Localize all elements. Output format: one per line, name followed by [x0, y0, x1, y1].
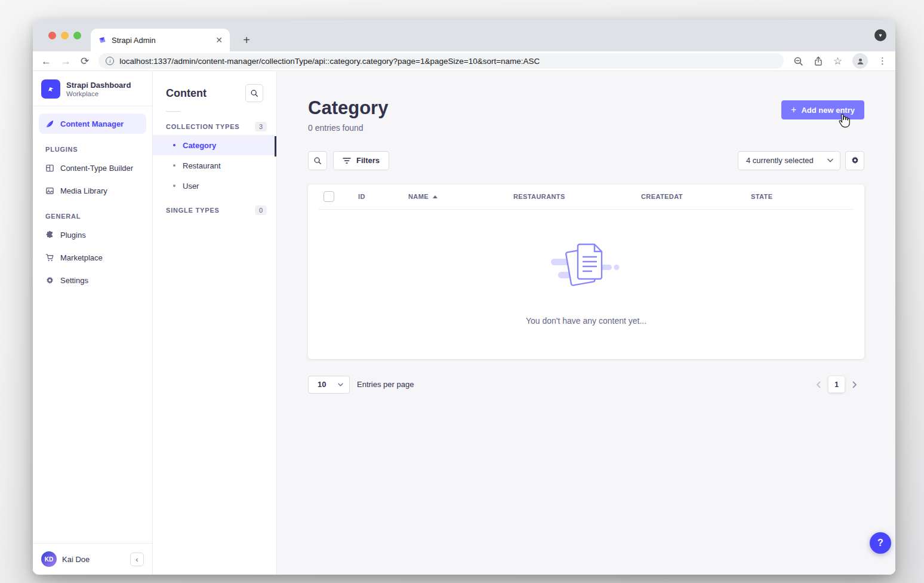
subnav-item-label: Category [183, 141, 216, 150]
column-header-createdat[interactable]: CREATEDAT [641, 193, 751, 200]
subnav-scrollbar[interactable] [275, 136, 276, 157]
close-window-button[interactable] [48, 32, 56, 39]
address-bar[interactable]: i localhost:1337/admin/content-manager/c… [98, 53, 784, 69]
entries-per-page-label: Entries per page [357, 380, 414, 389]
strapi-favicon-icon [98, 36, 107, 45]
list-toolbar: Filters 4 currently selected [308, 151, 864, 170]
sidebar-item-settings[interactable]: Settings [39, 270, 146, 290]
share-icon[interactable] [814, 56, 823, 66]
subnav-item-label: Restaurant [183, 161, 221, 170]
sidebar-section-general: GENERAL [33, 202, 152, 223]
sidebar-section-plugins: PLUGINS [33, 135, 152, 157]
pen-icon [45, 119, 54, 128]
select-all-checkbox[interactable] [324, 191, 334, 202]
bullet-icon [173, 164, 175, 167]
subnav-item-category[interactable]: Category [153, 135, 276, 155]
pagination-bar: 10 Entries per page 1 [308, 376, 864, 394]
gear-icon [45, 276, 54, 285]
browser-window: Strapi Admin ✕ + ▼ ← → ⟳ i localhost:133… [33, 20, 895, 575]
sidebar-item-label: Settings [60, 276, 88, 285]
subnav-search-button[interactable] [245, 84, 263, 102]
forward-icon[interactable]: → [61, 56, 71, 66]
subnav-item-user[interactable]: User [153, 176, 276, 196]
site-info-icon[interactable]: i [106, 57, 114, 65]
chevron-down-icon [338, 383, 343, 386]
sidebar-item-plugins[interactable]: Plugins [39, 225, 146, 245]
empty-state-text: You don't have any content yet... [526, 316, 646, 326]
minimize-window-button[interactable] [61, 32, 69, 39]
divider [166, 111, 180, 112]
tab-close-icon[interactable]: ✕ [215, 35, 223, 45]
avatar[interactable]: KD [41, 551, 57, 567]
user-row: KD Kai Doe ‹ [33, 543, 152, 575]
subnav-title: Content [166, 87, 207, 100]
bullet-icon [173, 185, 175, 187]
sidebar-item-label: Content Manager [60, 119, 124, 128]
sidebar-item-content-type-builder[interactable]: Content-Type Builder [39, 158, 146, 178]
column-header-state[interactable]: STATE [751, 193, 854, 200]
page-number-button[interactable]: 1 [828, 376, 845, 392]
workspace-name: Strapi Dashboard [66, 81, 131, 90]
page-title: Category [308, 97, 388, 119]
help-button[interactable]: ? [870, 532, 891, 554]
previous-page-icon[interactable] [816, 381, 821, 388]
filter-icon [343, 157, 351, 164]
sort-ascending-icon [433, 195, 438, 198]
collapse-sidebar-button[interactable]: ‹ [130, 553, 144, 566]
strapi-logo-icon [41, 79, 60, 99]
collection-types-label: COLLECTION TYPES [166, 123, 239, 130]
layout-icon [45, 164, 54, 173]
search-button[interactable] [308, 151, 327, 170]
zoom-out-icon[interactable] [793, 56, 803, 66]
next-page-icon[interactable] [852, 381, 857, 388]
sidebar-item-label: Content-Type Builder [60, 164, 133, 173]
bullet-icon [173, 144, 175, 146]
sidebar-item-label: Media Library [60, 186, 107, 195]
sidebar-item-marketplace[interactable]: Marketplace [39, 247, 146, 268]
main-content: Category 0 entries found + Add new entry [277, 71, 895, 575]
add-new-entry-button[interactable]: + Add new entry [781, 100, 864, 119]
browser-menu-icon[interactable]: ⋮ [878, 56, 887, 66]
sidebar-item-label: Marketplace [60, 253, 103, 262]
picture-icon [45, 186, 54, 195]
browser-profile-icon[interactable] [852, 53, 868, 69]
chrome-actions: ☆ ⋮ [793, 53, 887, 69]
new-tab-button[interactable]: + [239, 33, 254, 47]
reload-icon[interactable]: ⟳ [81, 56, 89, 66]
traffic-lights [48, 32, 81, 39]
browser-tab[interactable]: Strapi Admin ✕ [91, 29, 230, 51]
filters-button[interactable]: Filters [333, 151, 389, 170]
bookmark-star-icon[interactable]: ☆ [833, 55, 842, 67]
subnav-item-restaurant[interactable]: Restaurant [153, 155, 276, 176]
browser-tab-bar: Strapi Admin ✕ + ▼ [33, 20, 895, 51]
fields-select[interactable]: 4 currently selected [738, 151, 840, 170]
empty-documents-illustration [550, 242, 623, 296]
page-size-select[interactable]: 10 [308, 376, 350, 394]
chevron-down-icon [827, 158, 833, 162]
list-settings-button[interactable] [845, 151, 864, 170]
url-text: localhost:1337/admin/content-manager/col… [119, 57, 540, 66]
record-indicator-icon[interactable]: ▼ [874, 29, 886, 41]
empty-state: You don't have any content yet... [308, 210, 864, 326]
column-header-restaurants[interactable]: RESTAURANTS [513, 193, 641, 200]
workspace-switcher[interactable]: Strapi Dashboard Workplace [33, 78, 152, 106]
puzzle-icon [45, 231, 54, 240]
column-header-id[interactable]: ID [358, 193, 408, 200]
column-header-name[interactable]: NAME [408, 193, 513, 200]
workspace-subtitle: Workplace [66, 90, 131, 97]
page-size-value: 10 [318, 380, 326, 389]
strapi-app: Strapi Dashboard Workplace Content Manag… [33, 71, 895, 575]
user-name: Kai Doe [62, 555, 90, 564]
zoom-window-button[interactable] [73, 32, 81, 39]
sidebar-item-label: Plugins [60, 231, 86, 240]
table-header-row: ID NAME RESTAURANTS CREATEDAT STATE [308, 185, 864, 209]
collection-types-count-badge: 3 [255, 122, 267, 131]
sidebar-item-media-library[interactable]: Media Library [39, 180, 146, 201]
single-types-count-badge: 0 [255, 205, 267, 215]
back-icon[interactable]: ← [41, 56, 51, 66]
plus-icon: + [791, 105, 796, 115]
sidebar-item-content-manager[interactable]: Content Manager [39, 113, 146, 134]
entries-table: ID NAME RESTAURANTS CREATEDAT STATE [308, 185, 864, 359]
fields-select-value: 4 currently selected [746, 156, 814, 165]
entries-count: 0 entries found [308, 123, 388, 133]
